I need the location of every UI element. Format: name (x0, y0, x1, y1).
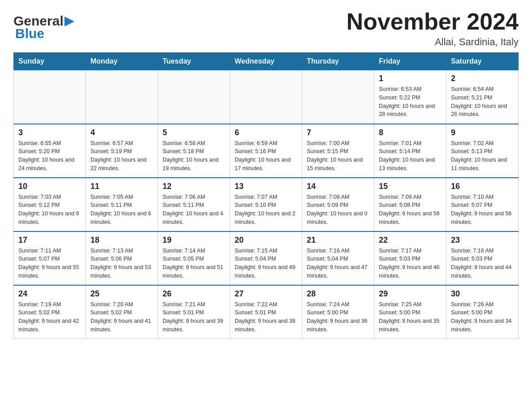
day-number: 4 (90, 128, 153, 137)
day-number: 21 (307, 235, 369, 245)
day-number: 2 (451, 74, 514, 83)
calendar-cell (158, 70, 230, 124)
day-info: Sunrise: 7:13 AMSunset: 5:06 PMDaylight:… (90, 247, 153, 280)
weekday-header-saturday: Saturday (446, 53, 519, 70)
day-info: Sunrise: 7:10 AMSunset: 5:07 PMDaylight:… (451, 193, 514, 227)
day-number: 28 (307, 289, 369, 299)
calendar-cell: 12Sunrise: 7:06 AMSunset: 5:11 PMDayligh… (158, 178, 230, 231)
calendar-cell: 14Sunrise: 7:08 AMSunset: 5:09 PMDayligh… (302, 178, 374, 231)
day-info: Sunrise: 7:14 AMSunset: 5:05 PMDaylight:… (163, 247, 225, 280)
calendar-cell: 7Sunrise: 7:00 AMSunset: 5:15 PMDaylight… (302, 124, 374, 178)
calendar-cell: 16Sunrise: 7:10 AMSunset: 5:07 PMDayligh… (446, 178, 519, 231)
day-number: 20 (235, 235, 297, 245)
calendar-week-row: 17Sunrise: 7:11 AMSunset: 5:07 PMDayligh… (14, 231, 519, 285)
calendar-cell: 1Sunrise: 6:53 AMSunset: 5:22 PMDaylight… (374, 70, 446, 124)
day-number: 14 (307, 182, 369, 191)
day-info: Sunrise: 7:16 AMSunset: 5:04 PMDaylight:… (307, 247, 369, 280)
calendar-cell (86, 70, 158, 124)
calendar-cell: 24Sunrise: 7:19 AMSunset: 5:02 PMDayligh… (14, 285, 86, 339)
day-number: 18 (90, 235, 153, 245)
calendar-cell: 10Sunrise: 7:03 AMSunset: 5:12 PMDayligh… (14, 178, 86, 231)
day-number: 27 (235, 289, 297, 299)
day-info: Sunrise: 7:07 AMSunset: 5:10 PMDaylight:… (235, 193, 297, 227)
weekday-header-thursday: Thursday (302, 53, 374, 70)
day-info: Sunrise: 6:59 AMSunset: 5:16 PMDaylight:… (235, 139, 297, 173)
calendar-cell: 15Sunrise: 7:09 AMSunset: 5:08 PMDayligh… (374, 178, 446, 231)
day-info: Sunrise: 7:18 AMSunset: 5:03 PMDaylight:… (451, 247, 514, 280)
day-number: 7 (307, 128, 369, 137)
day-info: Sunrise: 7:21 AMSunset: 5:01 PMDaylight:… (163, 300, 225, 334)
calendar-week-row: 24Sunrise: 7:19 AMSunset: 5:02 PMDayligh… (14, 285, 519, 339)
calendar-cell: 18Sunrise: 7:13 AMSunset: 5:06 PMDayligh… (86, 231, 158, 285)
day-info: Sunrise: 7:22 AMSunset: 5:01 PMDaylight:… (235, 300, 297, 334)
weekday-header-tuesday: Tuesday (158, 53, 230, 70)
calendar-cell: 19Sunrise: 7:14 AMSunset: 5:05 PMDayligh… (158, 231, 230, 285)
month-title: November 2024 (347, 9, 519, 34)
day-info: Sunrise: 7:24 AMSunset: 5:00 PMDaylight:… (307, 300, 369, 334)
day-info: Sunrise: 7:26 AMSunset: 5:00 PMDaylight:… (451, 300, 514, 334)
day-number: 19 (163, 235, 225, 245)
day-info: Sunrise: 7:08 AMSunset: 5:09 PMDaylight:… (307, 193, 369, 227)
day-info: Sunrise: 7:15 AMSunset: 5:04 PMDaylight:… (235, 247, 297, 280)
calendar-cell: 17Sunrise: 7:11 AMSunset: 5:07 PMDayligh… (14, 231, 86, 285)
day-number: 9 (451, 128, 514, 137)
day-info: Sunrise: 7:25 AMSunset: 5:00 PMDaylight:… (379, 300, 442, 334)
day-info: Sunrise: 7:19 AMSunset: 5:02 PMDaylight:… (18, 300, 81, 334)
calendar-cell: 5Sunrise: 6:58 AMSunset: 5:18 PMDaylight… (158, 124, 230, 178)
day-info: Sunrise: 7:03 AMSunset: 5:12 PMDaylight:… (18, 193, 81, 227)
calendar-cell (302, 70, 374, 124)
calendar-cell (230, 70, 302, 124)
calendar-cell: 26Sunrise: 7:21 AMSunset: 5:01 PMDayligh… (158, 285, 230, 339)
calendar-cell: 6Sunrise: 6:59 AMSunset: 5:16 PMDaylight… (230, 124, 302, 178)
day-number: 26 (163, 289, 225, 299)
calendar-cell: 27Sunrise: 7:22 AMSunset: 5:01 PMDayligh… (230, 285, 302, 339)
calendar-cell: 9Sunrise: 7:02 AMSunset: 5:13 PMDaylight… (446, 124, 519, 178)
logo: General Blue (13, 9, 74, 41)
day-number: 5 (163, 128, 225, 137)
calendar-cell: 21Sunrise: 7:16 AMSunset: 5:04 PMDayligh… (302, 231, 374, 285)
calendar-week-row: 1Sunrise: 6:53 AMSunset: 5:22 PMDaylight… (14, 70, 519, 124)
page-header: General Blue November 2024 Allai, Sardin… (13, 9, 519, 48)
day-info: Sunrise: 6:53 AMSunset: 5:22 PMDaylight:… (379, 85, 442, 119)
calendar-cell: 3Sunrise: 6:55 AMSunset: 5:20 PMDaylight… (14, 124, 86, 178)
day-number: 10 (18, 182, 81, 191)
calendar-cell: 28Sunrise: 7:24 AMSunset: 5:00 PMDayligh… (302, 285, 374, 339)
day-info: Sunrise: 7:06 AMSunset: 5:11 PMDaylight:… (163, 193, 225, 227)
location-text: Allai, Sardinia, Italy (347, 36, 519, 48)
day-number: 30 (451, 289, 514, 299)
title-section: November 2024 Allai, Sardinia, Italy (347, 9, 519, 48)
calendar-cell: 20Sunrise: 7:15 AMSunset: 5:04 PMDayligh… (230, 231, 302, 285)
day-number: 12 (163, 182, 225, 191)
calendar-table: SundayMondayTuesdayWednesdayThursdayFrid… (13, 52, 519, 339)
day-info: Sunrise: 7:09 AMSunset: 5:08 PMDaylight:… (379, 193, 442, 227)
logo-arrow-icon (64, 17, 74, 28)
day-info: Sunrise: 7:11 AMSunset: 5:07 PMDaylight:… (18, 247, 81, 280)
day-info: Sunrise: 6:54 AMSunset: 5:21 PMDaylight:… (451, 85, 514, 119)
day-info: Sunrise: 6:58 AMSunset: 5:18 PMDaylight:… (163, 139, 225, 173)
calendar-cell: 4Sunrise: 6:57 AMSunset: 5:19 PMDaylight… (86, 124, 158, 178)
day-number: 25 (90, 289, 153, 299)
calendar-cell: 25Sunrise: 7:20 AMSunset: 5:02 PMDayligh… (86, 285, 158, 339)
weekday-header-wednesday: Wednesday (230, 53, 302, 70)
calendar-cell: 2Sunrise: 6:54 AMSunset: 5:21 PMDaylight… (446, 70, 519, 124)
day-number: 8 (379, 128, 442, 137)
weekday-header-row: SundayMondayTuesdayWednesdayThursdayFrid… (14, 53, 519, 70)
day-info: Sunrise: 7:05 AMSunset: 5:11 PMDaylight:… (90, 193, 153, 227)
logo-blue-text: Blue (15, 26, 44, 41)
day-number: 24 (18, 289, 81, 299)
calendar-cell (14, 70, 86, 124)
day-number: 23 (451, 235, 514, 245)
weekday-header-monday: Monday (86, 53, 158, 70)
calendar-cell: 11Sunrise: 7:05 AMSunset: 5:11 PMDayligh… (86, 178, 158, 231)
weekday-header-friday: Friday (374, 53, 446, 70)
calendar-cell: 29Sunrise: 7:25 AMSunset: 5:00 PMDayligh… (374, 285, 446, 339)
day-number: 15 (379, 182, 442, 191)
day-info: Sunrise: 6:55 AMSunset: 5:20 PMDaylight:… (18, 139, 81, 173)
calendar-cell: 23Sunrise: 7:18 AMSunset: 5:03 PMDayligh… (446, 231, 519, 285)
day-number: 17 (18, 235, 81, 245)
day-info: Sunrise: 7:00 AMSunset: 5:15 PMDaylight:… (307, 139, 369, 173)
svg-marker-0 (64, 17, 74, 26)
calendar-cell: 22Sunrise: 7:17 AMSunset: 5:03 PMDayligh… (374, 231, 446, 285)
day-info: Sunrise: 7:01 AMSunset: 5:14 PMDaylight:… (379, 139, 442, 173)
day-number: 1 (379, 74, 442, 83)
